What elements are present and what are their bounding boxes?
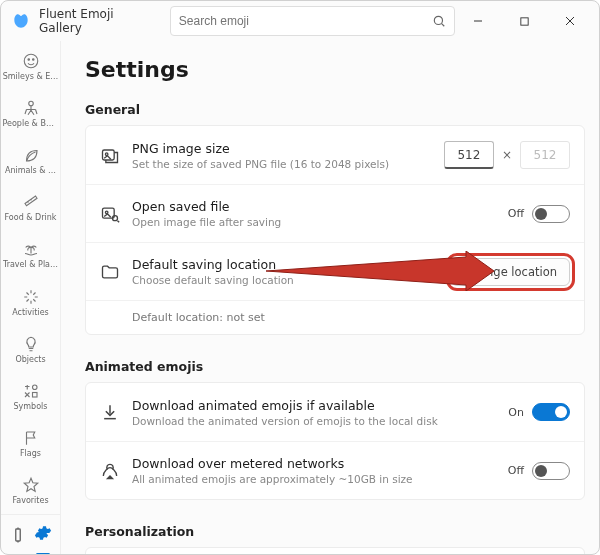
title-bar: Fluent Emoji Gallery (1, 1, 599, 41)
row-metered: Download over metered networks All anima… (86, 441, 584, 499)
gear-icon[interactable] (34, 524, 52, 542)
image-size-icon (100, 145, 120, 165)
row-png-size: PNG image size Set the size of saved PNG… (86, 126, 584, 184)
svg-rect-3 (520, 17, 527, 24)
download-state: On (508, 406, 524, 419)
food-icon (22, 193, 40, 211)
svg-point-8 (32, 59, 34, 61)
png-size-desc: Set the size of saved PNG file (16 to 20… (132, 158, 432, 170)
bulb-icon (22, 335, 40, 353)
svg-point-7 (28, 59, 30, 61)
location-title: Default saving location (132, 257, 439, 272)
window-controls (455, 5, 593, 37)
close-button[interactable] (547, 5, 593, 37)
search-input[interactable] (179, 14, 432, 28)
download-icon (100, 402, 120, 422)
section-general-title: General (85, 102, 585, 117)
open-saved-toggle[interactable] (532, 205, 570, 223)
network-icon (100, 461, 120, 481)
open-saved-title: Open saved file (132, 199, 496, 214)
person-icon (22, 99, 40, 117)
svg-point-6 (24, 54, 38, 68)
app-title: Fluent Emoji Gallery (39, 7, 150, 35)
location-sub: Default location: not set (86, 300, 584, 334)
app-window: Fluent Emoji Gallery Smileys & E… (0, 0, 600, 555)
svg-point-10 (27, 202, 29, 204)
sidebar-item-people[interactable]: People & Bo… (1, 90, 60, 137)
svg-point-11 (30, 199, 32, 201)
metered-desc: All animated emojis are approximately ~1… (132, 473, 496, 485)
multiply-symbol: × (502, 148, 512, 162)
png-size-title: PNG image size (132, 141, 432, 156)
svg-line-1 (442, 24, 445, 27)
animated-card: Download animated emojis if available Do… (85, 382, 585, 500)
sidebar-item-animals[interactable]: Animals & … (1, 137, 60, 184)
star-icon (22, 476, 40, 494)
open-saved-state: Off (508, 207, 524, 220)
location-desc: Choose default saving location (132, 274, 439, 286)
metered-state: Off (508, 464, 524, 477)
svg-point-9 (28, 101, 33, 106)
svg-rect-13 (32, 392, 37, 397)
app-icon (11, 11, 31, 31)
sidebar-item-symbols[interactable]: Symbols (1, 373, 60, 420)
personalization-card: App theme Select color theme of this app… (85, 547, 585, 554)
png-width-input[interactable]: 512 (444, 141, 494, 169)
open-saved-desc: Open image file after saving (132, 216, 496, 228)
svg-point-12 (32, 385, 37, 390)
sidebar-item-flags[interactable]: Flags (1, 420, 60, 467)
maximize-button[interactable] (501, 5, 547, 37)
sidebar: Smileys & E… People & Bo… Animals & … Fo… (1, 41, 61, 554)
download-toggle[interactable] (532, 403, 570, 421)
symbols-icon (22, 382, 40, 400)
main-content[interactable]: Settings General PNG image size Set the … (61, 41, 599, 554)
folder-icon (100, 262, 120, 282)
svg-rect-14 (15, 529, 20, 541)
row-open-saved: Open saved file Open image file after sa… (86, 184, 584, 242)
png-height-input: 512 (520, 141, 570, 169)
sparkle-icon (22, 288, 40, 306)
sidebar-bottombar (1, 514, 60, 554)
sidebar-item-favorites[interactable]: Favorites (1, 467, 60, 514)
smiley-icon (22, 52, 40, 70)
general-card: PNG image size Set the size of saved PNG… (85, 125, 585, 335)
open-file-icon (100, 204, 120, 224)
row-theme: App theme Select color theme of this app… (86, 548, 584, 554)
page-title: Settings (85, 57, 585, 82)
metered-title: Download over metered networks (132, 456, 496, 471)
leaf-icon (22, 146, 40, 164)
change-location-button[interactable]: Change location (451, 258, 570, 286)
download-title: Download animated emojis if available (132, 398, 496, 413)
sidebar-item-activities[interactable]: Activities (1, 278, 60, 325)
sidebar-item-objects[interactable]: Objects (1, 326, 60, 373)
section-animated-title: Animated emojis (85, 359, 585, 374)
minimize-button[interactable] (455, 5, 501, 37)
svg-point-0 (434, 16, 442, 24)
info-icon[interactable] (9, 526, 27, 544)
search-box[interactable] (170, 6, 455, 36)
download-desc: Download the animated version of emojis … (132, 415, 496, 427)
section-personalization-title: Personalization (85, 524, 585, 539)
search-icon (432, 14, 446, 28)
metered-toggle[interactable] (532, 462, 570, 480)
row-download-animated: Download animated emojis if available Do… (86, 383, 584, 441)
sidebar-item-food[interactable]: Food & Drink (1, 184, 60, 231)
flag-icon (22, 429, 40, 447)
island-icon (22, 240, 40, 258)
sidebar-item-travel[interactable]: Travel & Pla… (1, 231, 60, 278)
row-default-location: Default saving location Choose default s… (86, 242, 584, 300)
sidebar-item-smileys[interactable]: Smileys & E… (1, 43, 60, 90)
